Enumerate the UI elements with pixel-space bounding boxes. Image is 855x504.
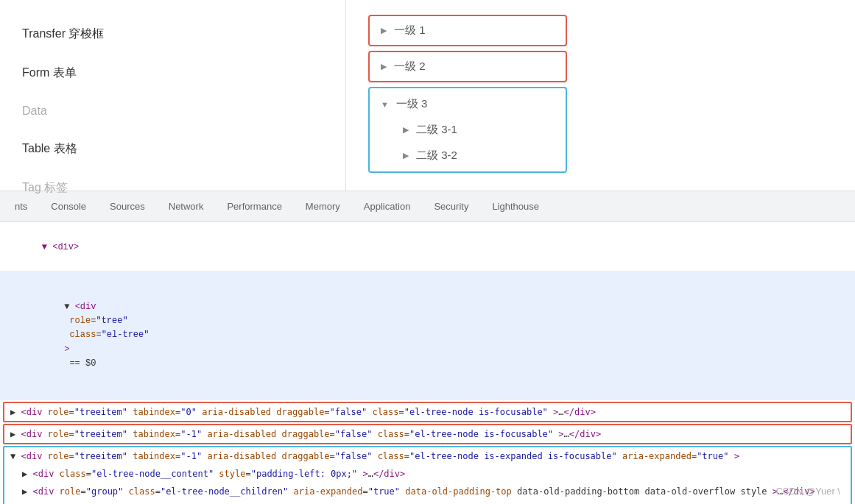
tab-console[interactable]: Console bbox=[39, 195, 98, 218]
tab-performance[interactable]: Performance bbox=[215, 195, 293, 218]
tree-label-31: 二级 3-1 bbox=[416, 123, 457, 137]
tree-label-32: 二级 3-2 bbox=[416, 149, 457, 163]
arrow-icon-1: ▶ bbox=[381, 26, 387, 35]
nav-item-data[interactable]: Data bbox=[0, 93, 345, 129]
dom-line-blue-2: ▶ <div class="el-tree-node__content" sty… bbox=[4, 465, 851, 483]
dom-inspector: ▼ <div> ▼ <div role="tree" class="el-tre… bbox=[0, 222, 855, 504]
arrow-icon-3: ▼ bbox=[381, 100, 389, 109]
dom-line-treeitem-2: ▶ <div role="treeitem" tabindex="-1" ari… bbox=[4, 425, 851, 443]
dom-line-treeitem-1: ▶ <div role="treeitem" tabindex="0" aria… bbox=[4, 403, 851, 421]
tree-item-level1-3-wrapper: ▼ 一级 3 ▶ 二级 3-1 ▶ 二级 3-2 bbox=[368, 87, 567, 173]
arrow-icon-31: ▶ bbox=[403, 125, 409, 135]
dom-tag-tree: ▼ <div role="tree" class="el-tree" > == … bbox=[32, 302, 149, 383]
tree-item-level2-32[interactable]: ▶ 二级 3-2 bbox=[392, 143, 566, 168]
nav-item-transfer[interactable]: Transfer 穿梭框 bbox=[0, 15, 345, 54]
tab-network[interactable]: Network bbox=[157, 195, 216, 218]
devtools-tabbar: nts Console Sources Network Performance … bbox=[0, 191, 855, 222]
tree-item-level1-3[interactable]: ▼ 一级 3 bbox=[370, 91, 566, 117]
dom-line-div: ▼ <div> bbox=[0, 225, 855, 271]
arrow-icon-2: ▶ bbox=[381, 62, 387, 71]
tab-application[interactable]: Application bbox=[352, 195, 423, 218]
tree-label-1: 一级 1 bbox=[394, 24, 426, 38]
dom-line-blue-4: </div> bbox=[4, 500, 851, 504]
tree-item-level1-1[interactable]: ▶ 一级 1 bbox=[368, 15, 567, 46]
dom-red-block-1: ▶ <div role="treeitem" tabindex="0" aria… bbox=[3, 402, 852, 422]
arrow-icon-32: ▶ bbox=[403, 151, 409, 160]
right-content: ▶ 一级 1 ▶ 一级 2 ▼ 一级 3 ▶ 二级 3-1 bbox=[346, 0, 855, 191]
tree-item-level1-2[interactable]: ▶ 一级 2 bbox=[368, 51, 567, 82]
tab-elements[interactable]: nts bbox=[3, 195, 39, 218]
dom-line-blue-3: ▶ <div role="group" class="el-tree-node_… bbox=[4, 483, 851, 500]
nav-item-table[interactable]: Table 表格 bbox=[0, 129, 345, 168]
preview-area: Transfer 穿梭框 Form 表单 Data Table 表格 Tag 标… bbox=[0, 0, 855, 191]
tree-item-level2-31[interactable]: ▶ 二级 3-1 bbox=[392, 117, 566, 143]
watermark: CSDN @Yuer \ bbox=[775, 486, 840, 497]
dom-blue-block: ▼ <div role="treeitem" tabindex="-1" ari… bbox=[3, 446, 852, 504]
tree-sub-items: ▶ 二级 3-1 ▶ 二级 3-2 bbox=[370, 117, 566, 168]
dom-line-blue-1: ▼ <div role="treeitem" tabindex="-1" ari… bbox=[4, 447, 851, 465]
tab-memory[interactable]: Memory bbox=[294, 195, 352, 218]
dom-tag-div: ▼ <div> bbox=[42, 242, 79, 252]
dom-line-tree: ▼ <div role="tree" class="el-tree" > == … bbox=[0, 271, 855, 401]
tab-lighthouse[interactable]: Lighthouse bbox=[480, 195, 551, 218]
dom-red-block-2: ▶ <div role="treeitem" tabindex="-1" ari… bbox=[3, 424, 852, 444]
tab-sources[interactable]: Sources bbox=[98, 195, 157, 218]
left-nav: Transfer 穿梭框 Form 表单 Data Table 表格 Tag 标… bbox=[0, 0, 346, 191]
tree-label-2: 一级 2 bbox=[394, 60, 426, 74]
nav-item-form[interactable]: Form 表单 bbox=[0, 54, 345, 93]
tree-label-3: 一级 3 bbox=[396, 97, 428, 111]
tab-security[interactable]: Security bbox=[422, 195, 480, 218]
